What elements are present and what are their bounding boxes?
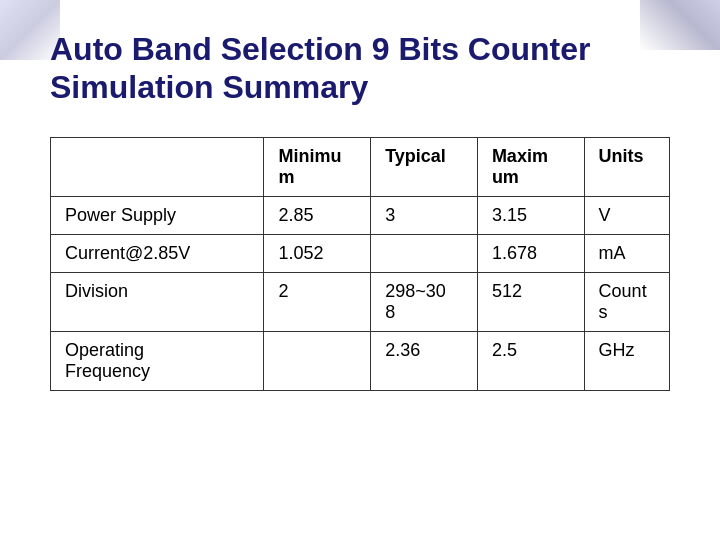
- title-line1: Auto Band Selection 9 Bits Counter: [50, 31, 590, 67]
- table-header-row: Minimum Typical Maximum Units: [51, 137, 670, 196]
- table-row: OperatingFrequency 2.36 2.5 GHz: [51, 331, 670, 390]
- header-minimum: Minimum: [264, 137, 371, 196]
- page-title: Auto Band Selection 9 Bits Counter Simul…: [50, 30, 670, 107]
- row-units: mA: [584, 234, 669, 272]
- header-units: Units: [584, 137, 669, 196]
- row-maximum: 512: [477, 272, 584, 331]
- row-typical: 3: [371, 196, 478, 234]
- table-row: Power Supply 2.85 3 3.15 V: [51, 196, 670, 234]
- row-maximum: 2.5: [477, 331, 584, 390]
- table-row: Division 2 298~308 512 Counts: [51, 272, 670, 331]
- row-typical: 2.36: [371, 331, 478, 390]
- row-minimum: 2.85: [264, 196, 371, 234]
- main-content: Auto Band Selection 9 Bits Counter Simul…: [50, 30, 670, 391]
- row-typical: 298~308: [371, 272, 478, 331]
- row-label: Division: [51, 272, 264, 331]
- header-typical: Typical: [371, 137, 478, 196]
- row-label: Current@2.85V: [51, 234, 264, 272]
- row-minimum: 1.052: [264, 234, 371, 272]
- row-units: V: [584, 196, 669, 234]
- row-typical: [371, 234, 478, 272]
- header-maximum: Maximum: [477, 137, 584, 196]
- header-label: [51, 137, 264, 196]
- row-maximum: 1.678: [477, 234, 584, 272]
- row-label: Power Supply: [51, 196, 264, 234]
- row-units: GHz: [584, 331, 669, 390]
- row-units: Counts: [584, 272, 669, 331]
- row-maximum: 3.15: [477, 196, 584, 234]
- summary-table: Minimum Typical Maximum Units Power Supp…: [50, 137, 670, 391]
- title-line2: Simulation Summary: [50, 69, 368, 105]
- row-minimum: [264, 331, 371, 390]
- table-row: Current@2.85V 1.052 1.678 mA: [51, 234, 670, 272]
- row-label: OperatingFrequency: [51, 331, 264, 390]
- row-minimum: 2: [264, 272, 371, 331]
